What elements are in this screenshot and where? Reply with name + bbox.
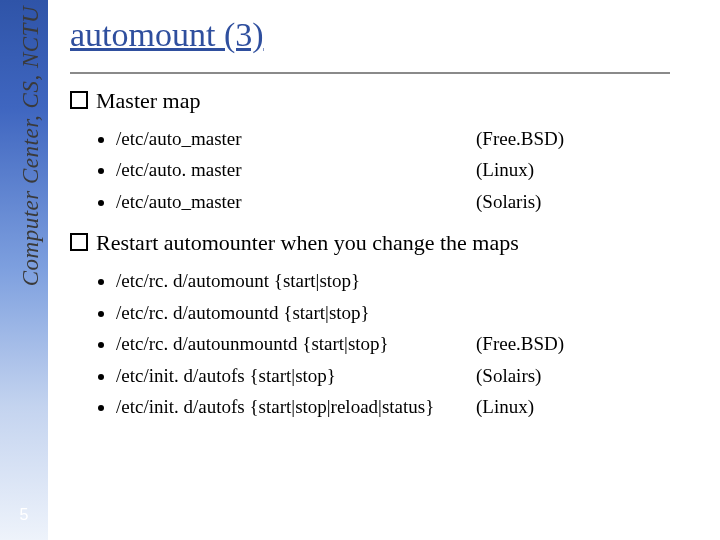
list-item: /etc/rc. d/automount {start|stop} [98,266,700,295]
list-item: /etc/auto_master(Free.BSD) [98,124,700,153]
content: automount (3) Master map /etc/auto_maste… [70,10,700,424]
list-item: /etc/rc. d/automountd {start|stop} [98,298,700,327]
item-list: /etc/rc. d/automount {start|stop} /etc/r… [98,266,700,421]
item-os: (Solairs) [476,361,541,390]
section-heading-text: Restart automounter when you change the … [96,230,519,255]
item-text: /etc/auto_master [116,124,476,153]
item-os: (Linux) [476,392,534,421]
institute-label: Computer Center, CS, NCTU [18,6,44,286]
bullet-icon [98,374,104,380]
list-item: /etc/auto_master(Solaris) [98,187,700,216]
item-list: /etc/auto_master(Free.BSD) /etc/auto. ma… [98,124,700,216]
item-text: /etc/init. d/autofs {start|stop|reload|s… [116,392,476,421]
bullet-icon [98,405,104,411]
slide: 5 Computer Center, CS, NCTU automount (3… [0,0,720,540]
bullet-icon [98,168,104,174]
item-os: (Free.BSD) [476,329,564,358]
slide-title: automount (3) [70,16,700,54]
checkbox-bullet-icon [70,91,88,109]
bullet-icon [98,279,104,285]
item-text: /etc/rc. d/automount {start|stop} [116,266,476,295]
item-text: /etc/auto_master [116,187,476,216]
item-text: /etc/rc. d/automountd {start|stop} [116,298,476,327]
bullet-icon [98,137,104,143]
title-rule [70,72,670,74]
list-item: /etc/rc. d/autounmountd {start|stop}(Fre… [98,329,700,358]
section-heading: Restart automounter when you change the … [70,230,700,256]
item-text: /etc/rc. d/autounmountd {start|stop} [116,329,476,358]
bullet-icon [98,342,104,348]
item-text: /etc/auto. master [116,155,476,184]
item-os: (Solaris) [476,187,541,216]
page-number: 5 [0,506,48,524]
checkbox-bullet-icon [70,233,88,251]
list-item: /etc/init. d/autofs {start|stop|reload|s… [98,392,700,421]
item-os: (Linux) [476,155,534,184]
list-item: /etc/auto. master(Linux) [98,155,700,184]
section-heading-text: Master map [96,88,200,113]
item-os: (Free.BSD) [476,124,564,153]
section-heading: Master map [70,88,700,114]
bullet-icon [98,311,104,317]
bullet-icon [98,200,104,206]
list-item: /etc/init. d/autofs {start|stop}(Solairs… [98,361,700,390]
item-text: /etc/init. d/autofs {start|stop} [116,361,476,390]
